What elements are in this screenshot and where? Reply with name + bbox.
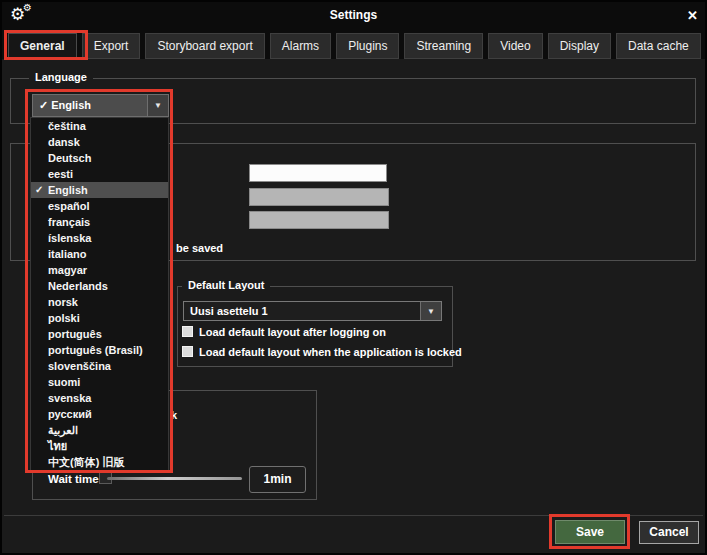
load-default-when-locked-checkbox[interactable] [182,346,193,357]
tab-data-cache[interactable]: Data cache [616,33,701,59]
language-option-eesti[interactable]: eesti [31,166,168,182]
tab-alarms[interactable]: Alarms [270,33,331,59]
language-group-label: Language [29,71,93,83]
language-option-cestina[interactable]: čeština [31,118,168,134]
language-option-thai[interactable]: ไทย [31,438,168,454]
text-field-1[interactable] [249,164,387,182]
tab-plugins[interactable]: Plugins [336,33,399,59]
check-icon: ✓ [35,182,47,198]
footer-separator [4,515,703,516]
tab-bar: General Export Storyboard export Alarms … [8,33,707,59]
tab-general[interactable]: General [8,33,77,59]
default-layout-dropdown-value: Uusi asettelu 1 [190,305,268,317]
language-option-svenska[interactable]: svenska [31,390,168,406]
language-option-portugues[interactable]: português [31,326,168,342]
load-default-after-logon-checkbox[interactable] [182,326,193,337]
load-default-after-logon-label: Load default layout after logging on [199,326,386,338]
text-field-2-disabled [249,188,389,206]
obscured-text-fragment-k: k [171,409,177,421]
language-option-norsk[interactable]: norsk [31,294,168,310]
language-option-nederlands[interactable]: Nederlands [31,278,168,294]
language-option-polski[interactable]: polski [31,310,168,326]
tab-storyboard-export[interactable]: Storyboard export [145,33,264,59]
language-option-italiano[interactable]: italiano [31,246,168,262]
wait-time-slider-track[interactable] [107,477,242,480]
check-icon: ✓ [39,99,48,111]
language-option-espanol[interactable]: español [31,198,168,214]
language-option-arabic[interactable]: العربية [31,422,168,438]
save-button[interactable]: Save [555,520,625,544]
tab-streaming[interactable]: Streaming [404,33,483,59]
chevron-down-icon: ▼ [154,101,162,110]
language-option-portugues-brasil[interactable]: português (Brasil) [31,342,168,358]
language-dropdown[interactable]: ✓ English ▼ [32,94,169,117]
tab-export[interactable]: Export [82,33,141,59]
tab-strip: General Export Storyboard export Alarms … [2,30,705,59]
default-layout-dropdown[interactable]: Uusi asettelu 1 ▼ [183,301,442,321]
load-default-when-locked-label: Load default layout when the application… [199,346,462,358]
close-icon[interactable]: ✕ [687,8,698,23]
language-option-francais[interactable]: français [31,214,168,230]
language-dropdown-arrow-button[interactable]: ▼ [147,95,168,116]
language-option-russian[interactable]: русский [31,406,168,422]
language-option-list: čeština dansk Deutsch eesti ✓English esp… [30,117,169,472]
window-title: Settings [2,8,705,22]
default-layout-group-label: Default Layout [182,279,270,291]
language-option-chinese-simplified[interactable]: 中文(简体) 旧版 [31,454,168,470]
tab-video[interactable]: Video [488,33,542,59]
language-option-suomi[interactable]: suomi [31,374,168,390]
language-option-dansk[interactable]: dansk [31,134,168,150]
wait-time-value-box: 1min [249,466,306,493]
default-layout-dropdown-arrow-button[interactable]: ▼ [420,302,441,320]
language-option-slovenscina[interactable]: slovenščina [31,358,168,374]
wait-time-label: Wait time: [48,473,103,485]
title-bar: ⚙ ⚙ Settings ✕ [2,2,705,30]
obscured-text-fragment: be saved [176,242,223,254]
language-option-deutsch[interactable]: Deutsch [31,150,168,166]
text-field-3-disabled [249,211,389,229]
language-selected-value: English [51,99,91,111]
settings-dialog: ⚙ ⚙ Settings ✕ General Export Storyboard… [0,0,707,555]
tab-display[interactable]: Display [548,33,611,59]
language-option-islenska[interactable]: íslenska [31,230,168,246]
cancel-button[interactable]: Cancel [639,521,699,544]
language-option-english-selected[interactable]: ✓English [31,182,168,198]
chevron-down-icon: ▼ [427,307,435,316]
language-option-magyar[interactable]: magyar [31,262,168,278]
